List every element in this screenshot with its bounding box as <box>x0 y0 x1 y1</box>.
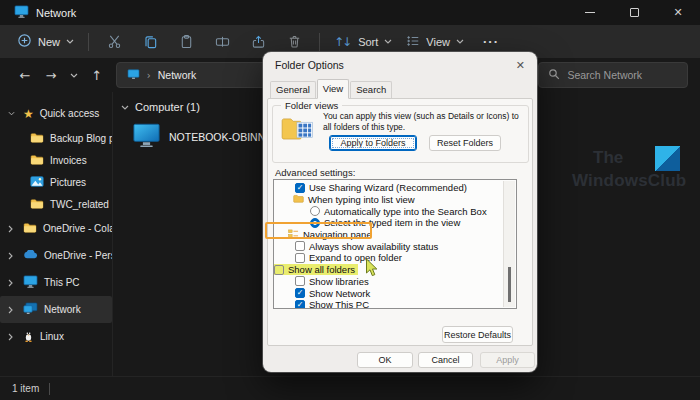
checkbox-unchecked-icon[interactable] <box>295 276 305 286</box>
close-button[interactable]: ✕ <box>656 0 700 25</box>
cut-button[interactable] <box>96 34 132 49</box>
search-box[interactable] <box>538 62 688 88</box>
copy-button[interactable] <box>132 34 168 49</box>
checkbox-unchecked-icon[interactable] <box>274 265 284 275</box>
delete-icon <box>287 34 302 49</box>
breadcrumb-location[interactable]: Network <box>158 69 197 81</box>
sidebar-item-invoices[interactable]: Invoices <box>0 149 112 171</box>
window-tab[interactable]: Network <box>0 5 76 20</box>
dialog-close-button[interactable]: ✕ <box>503 59 525 72</box>
maximize-button[interactable] <box>612 0 656 25</box>
list-scrollbar[interactable] <box>503 181 515 307</box>
sidebar-item-onedrive-personal[interactable]: OneDrive - Personal <box>0 242 112 269</box>
back-button[interactable]: ← <box>12 68 38 83</box>
checkbox-checked-icon[interactable]: ✓ <box>295 288 305 298</box>
setting-select-typed-item[interactable]: Select the typed item in the view <box>274 217 516 229</box>
copy-icon <box>143 34 158 49</box>
delete-button[interactable] <box>276 34 312 49</box>
setting-show-libraries[interactable]: Show libraries <box>274 276 516 288</box>
sidebar-item-backup-blog-posts[interactable]: Backup Blog posts <box>0 127 112 149</box>
checkbox-checked-icon[interactable]: ✓ <box>295 300 305 309</box>
radio-selected-icon[interactable] <box>310 218 320 228</box>
group-navigation-pane[interactable]: Navigation pane <box>274 229 516 241</box>
group-header-label: Computer (1) <box>135 101 200 113</box>
dialog-tabs: General View Search <box>270 78 393 98</box>
pictures-icon <box>30 176 44 189</box>
chevron-right-icon[interactable] <box>8 333 17 341</box>
folder-icon <box>23 222 37 235</box>
setting-label: Automatically type into the Search Box <box>324 206 487 217</box>
setting-label: Select the typed item in the view <box>324 217 460 228</box>
watermark-text: WindowsClub <box>572 171 700 191</box>
sidebar-item-quick-access[interactable]: ★ Quick access <box>0 100 112 127</box>
chevron-right-icon[interactable] <box>8 306 17 314</box>
reset-folders-button[interactable]: Reset Folders <box>429 135 501 151</box>
status-divider <box>49 383 50 395</box>
maximize-icon <box>630 8 639 17</box>
recent-locations-button[interactable] <box>64 73 84 78</box>
sidebar-item-linux[interactable]: Linux <box>0 323 112 350</box>
cut-icon <box>107 34 122 49</box>
setting-label: Show all folders <box>288 264 355 275</box>
plus-circle-icon <box>17 33 32 50</box>
chevron-right-icon[interactable] <box>8 225 17 233</box>
new-button[interactable]: New <box>10 28 81 55</box>
setting-label: Expand to open folder <box>309 252 402 263</box>
setting-use-sharing-wizard[interactable]: ✓ Use Sharing Wizard (Recommended) <box>274 182 516 194</box>
checkbox-checked-icon[interactable]: ✓ <box>295 183 305 193</box>
toolbar-divider <box>88 33 89 51</box>
setting-always-show-availability[interactable]: Always show availability status <box>274 240 516 252</box>
star-icon: ★ <box>23 108 34 120</box>
view-tab-page: Folder views You can apply this view (su… <box>267 98 533 346</box>
setting-auto-type-search-box[interactable]: Automatically type into the Search Box <box>274 205 516 217</box>
sidebar-item-this-pc[interactable]: This PC <box>0 269 112 296</box>
chevron-right-icon[interactable] <box>8 252 17 260</box>
apply-to-folders-button[interactable]: Apply to Folders <box>329 135 417 151</box>
cancel-button[interactable]: Cancel <box>418 352 473 368</box>
sidebar-item-twc-related[interactable]: TWC_related <box>0 193 112 215</box>
chevron-down-icon <box>66 39 74 44</box>
chevron-down-icon[interactable] <box>121 105 129 110</box>
advanced-settings-list[interactable]: ✓ Use Sharing Wizard (Recommended) When … <box>273 179 517 309</box>
setting-show-network[interactable]: ✓ Show Network <box>274 287 516 299</box>
chevron-down-icon[interactable] <box>8 111 17 116</box>
chevron-right-icon[interactable] <box>8 279 17 287</box>
folder-views-icon <box>281 116 314 145</box>
folder-icon <box>30 132 44 145</box>
scrollbar-thumb[interactable] <box>508 267 511 302</box>
paste-button[interactable] <box>168 34 204 49</box>
setting-show-this-pc[interactable]: ✓ Show This PC <box>274 299 516 309</box>
sidebar-item-onedrive-work[interactable]: OneDrive - Colantu <box>0 215 112 242</box>
folder-options-dialog: Folder Options ✕ General View Search Fol… <box>263 52 537 372</box>
sidebar-item-label: Backup Blog posts <box>50 133 112 144</box>
setting-expand-to-open-folder[interactable]: Expand to open folder <box>274 252 516 264</box>
sidebar-item-network[interactable]: Network <box>0 296 112 323</box>
view-button[interactable]: View <box>399 29 471 55</box>
restore-defaults-button[interactable]: Restore Defaults <box>442 326 513 343</box>
window-title: Network <box>36 7 76 19</box>
radio-unselected-icon[interactable] <box>310 206 320 216</box>
thewindowsclub-logo-icon <box>655 146 680 171</box>
share-button[interactable] <box>240 34 276 49</box>
search-input[interactable] <box>567 69 678 81</box>
rename-button[interactable] <box>204 34 240 49</box>
folder-icon <box>30 154 44 167</box>
sort-button[interactable]: ↑↓ Sort <box>327 30 399 54</box>
window-controls: ✕ <box>568 0 700 25</box>
forward-button[interactable]: → <box>38 68 64 83</box>
ok-button[interactable]: OK <box>357 352 413 368</box>
up-button[interactable]: ↑ <box>84 68 110 83</box>
checkbox-unchecked-icon[interactable] <box>295 253 305 263</box>
sort-label: Sort <box>358 36 378 48</box>
sidebar-item-pictures[interactable]: Pictures <box>0 171 112 193</box>
tab-search[interactable]: Search <box>350 81 392 98</box>
see-more-button[interactable]: ··· <box>471 34 511 49</box>
sidebar-item-label: OneDrive - Personal <box>44 250 112 261</box>
setting-label: Show libraries <box>309 276 369 287</box>
tab-general[interactable]: General <box>270 81 316 98</box>
checkbox-unchecked-icon[interactable] <box>295 241 305 251</box>
tab-view[interactable]: View <box>317 79 349 99</box>
setting-show-all-folders[interactable]: Show all folders <box>274 264 516 276</box>
group-when-typing[interactable]: When typing into list view <box>274 194 516 206</box>
minimize-button[interactable] <box>568 0 612 25</box>
